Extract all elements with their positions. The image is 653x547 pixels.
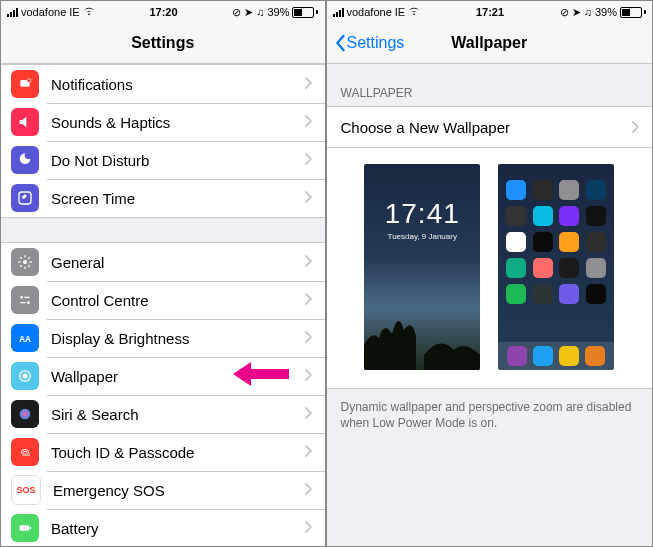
chevron-right-icon [305,367,313,385]
row-label: Emergency SOS [53,482,305,499]
chevron-right-icon [305,443,313,461]
chevron-right-icon [305,253,313,271]
dock-app-icon [533,346,553,366]
location-icon: ➤ [244,6,253,19]
chevron-right-icon [305,519,313,537]
back-button[interactable]: Settings [333,23,405,63]
app-icon [559,180,579,200]
svg-rect-10 [20,525,29,530]
battery-icon [11,514,39,542]
chevron-right-icon [305,151,313,169]
row-label: Sounds & Haptics [51,114,305,131]
app-icon [506,180,526,200]
signal-icon [333,8,344,17]
status-bar: vodafone IE 17:21 ⊘ ➤ ♫ 39% [327,1,653,23]
section-header: WALLPAPER [327,64,653,106]
settings-row-battery[interactable]: Battery [1,509,325,546]
svg-point-1 [27,79,31,83]
wallpaper-previews: 17:41 Tuesday, 9 January [327,148,653,389]
row-label: Do Not Disturb [51,152,305,169]
app-icon [586,206,606,226]
dock [498,342,614,370]
back-label: Settings [347,34,405,52]
app-icon [559,258,579,278]
row-label: Screen Time [51,190,305,207]
svg-point-8 [23,374,27,378]
sounds-icon [11,108,39,136]
choose-wallpaper-row[interactable]: Choose a New Wallpaper [327,106,653,148]
choose-wallpaper-label: Choose a New Wallpaper [341,119,633,136]
row-label: Battery [51,520,305,537]
dock-app-icon [507,346,527,366]
row-label: Touch ID & Passcode [51,444,305,461]
tree-silhouette [364,300,480,370]
lock-screen-preview[interactable]: 17:41 Tuesday, 9 January [364,164,480,370]
headphones-icon: ♫ [584,6,592,18]
siri-icon [11,400,39,428]
app-icon [506,284,526,304]
status-bar: vodafone IE 17:20 ⊘ ➤ ♫ 39% [1,1,325,23]
footer-note: Dynamic wallpaper and perspective zoom a… [327,389,653,441]
settings-row-controlcentre[interactable]: Control Centre [1,281,325,319]
app-icon [559,232,579,252]
row-label: General [51,254,305,271]
svg-point-3 [23,260,27,264]
app-icon [506,206,526,226]
home-screen-preview[interactable] [498,164,614,370]
touchid-icon [11,438,39,466]
settings-list[interactable]: NotificationsSounds & HapticsDo Not Dist… [1,64,325,546]
app-icon [533,206,553,226]
chevron-right-icon [305,75,313,93]
signal-icon [7,8,18,17]
app-icon [586,180,606,200]
app-icon [506,232,526,252]
chevron-right-icon [632,119,640,136]
general-icon [11,248,39,276]
rotation-lock-icon: ⊘ [232,6,241,19]
settings-row-screentime[interactable]: Screen Time [1,179,325,218]
nav-bar: Settings [1,23,325,64]
chevron-right-icon [305,329,313,347]
wallpaper-screen: vodafone IE 17:21 ⊘ ➤ ♫ 39% Settings Wal… [327,1,653,546]
settings-row-general[interactable]: General [1,242,325,281]
app-icon [559,284,579,304]
location-icon: ➤ [572,6,581,19]
sos-icon: SOS [11,475,41,505]
app-icon [586,232,606,252]
carrier-label: vodafone IE [21,6,80,18]
svg-rect-11 [30,527,31,530]
dock-app-icon [585,346,605,366]
settings-row-dnd[interactable]: Do Not Disturb [1,141,325,179]
battery-icon [292,7,318,18]
settings-row-wallpaper[interactable]: Wallpaper [1,357,325,395]
clock: 17:20 [149,6,177,18]
app-icon [533,258,553,278]
chevron-right-icon [305,189,313,207]
carrier-label: vodafone IE [347,6,406,18]
rotation-lock-icon: ⊘ [560,6,569,19]
settings-row-sos[interactable]: SOSEmergency SOS [1,471,325,509]
settings-row-notifications[interactable]: Notifications [1,64,325,103]
display-icon: AA [11,324,39,352]
page-title: Settings [131,34,194,52]
row-label: Control Centre [51,292,305,309]
svg-point-9 [20,409,31,420]
nav-bar: Settings Wallpaper [327,23,653,64]
settings-row-display[interactable]: AADisplay & Brightness [1,319,325,357]
lock-date: Tuesday, 9 January [364,232,480,241]
settings-row-sounds[interactable]: Sounds & Haptics [1,103,325,141]
wifi-icon [408,6,420,18]
settings-screen: vodafone IE 17:20 ⊘ ➤ ♫ 39% Settings Not… [1,1,327,546]
app-icon [586,284,606,304]
svg-point-5 [27,301,30,304]
settings-row-touchid[interactable]: Touch ID & Passcode [1,433,325,471]
wifi-icon [83,6,95,18]
lock-time: 17:41 [364,164,480,230]
settings-row-siri[interactable]: Siri & Search [1,395,325,433]
dock-app-icon [559,346,579,366]
app-icon [586,258,606,278]
app-icon [533,284,553,304]
row-label: Display & Brightness [51,330,305,347]
notifications-icon [11,70,39,98]
app-icon [506,258,526,278]
